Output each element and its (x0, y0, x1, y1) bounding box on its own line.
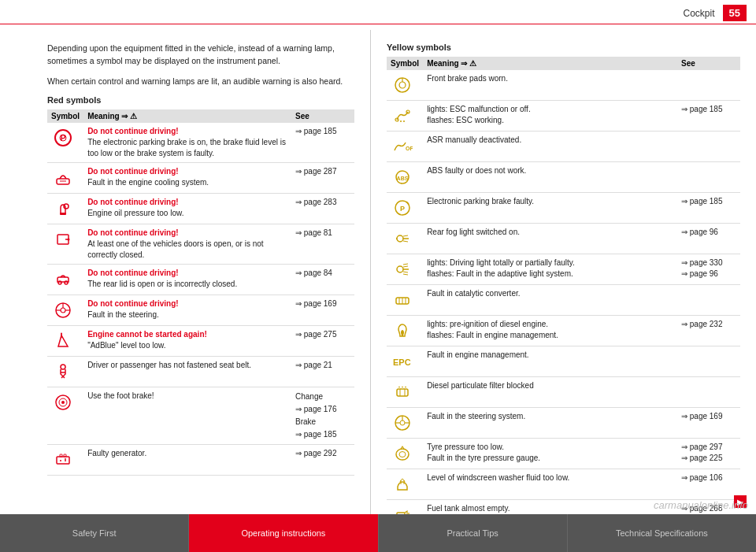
table-row: lights: ESC malfunction or off.flashes: … (387, 101, 740, 132)
epc-icon: EPC (391, 350, 414, 373)
table-row: Tyre pressure too low.Fault in the tyre … (387, 439, 740, 469)
svg-point-6 (64, 204, 69, 209)
symbol-cell (47, 295, 83, 326)
symbol-cell (387, 285, 423, 316)
meaning-cell: Do not continue driving! The electronic … (83, 123, 291, 163)
cooling-icon (51, 166, 75, 190)
see-cell: ⇒ page 185 (677, 101, 740, 132)
svg-point-65 (396, 449, 409, 460)
trunk-open-icon (51, 268, 75, 291)
col-see-left: See (291, 109, 354, 123)
see-cell: ⇒ page 21 (291, 357, 354, 387)
table-row: ABS ABS faulty or does not work. (387, 162, 740, 193)
see-cell: ⇒ page 275 (291, 326, 354, 357)
see-cell: ⇒ page 292 (291, 445, 354, 476)
table-row: Do not continue driving! Fault in the st… (47, 295, 354, 326)
symbol-cell (47, 224, 83, 265)
svg-point-41 (397, 235, 403, 242)
steering-fault-icon (51, 298, 75, 322)
header-line (0, 24, 756, 24)
see-cell: ⇒ page 185 (291, 123, 354, 163)
intro-text-2: When certain control and warning lamps a… (47, 76, 354, 88)
symbol-cell (387, 316, 423, 346)
see-cell: Change⇒ page 176Brake⇒ page 185 (291, 387, 354, 445)
table-row: Front brake pads worn. (387, 70, 740, 101)
col-meaning-left: Meaning ⇒ ⚠ (83, 109, 291, 123)
nav-operating-instructions[interactable]: Operating instructions (189, 514, 378, 552)
meaning-cell: Do not continue driving! At least one of… (83, 224, 291, 265)
svg-rect-27 (64, 454, 66, 457)
see-cell: ⇒ page 84 (291, 265, 354, 295)
symbol-cell: EPC (387, 346, 423, 377)
see-cell (677, 285, 740, 316)
svg-rect-57 (397, 389, 408, 396)
door-open-icon (51, 228, 75, 251)
meaning-cell: Tyre pressure too low.Fault in the tyre … (423, 439, 677, 469)
col-symbol-left: Symbol (47, 109, 83, 123)
bottom-nav: Safety First Operating instructions Prac… (0, 514, 756, 552)
svg-line-50 (403, 264, 408, 265)
nav-practical-tips[interactable]: Practical Tips (379, 514, 568, 552)
svg-line-48 (403, 266, 408, 267)
footbrake-icon (51, 391, 75, 414)
esc-icon (391, 104, 414, 128)
meaning-cell: Do not continue driving! Fault in the st… (83, 295, 291, 326)
table-row: lights: pre-ignition of diesel engine.fl… (387, 316, 740, 346)
svg-rect-26 (60, 454, 62, 457)
seatbelt-icon (51, 360, 75, 383)
meaning-cell: Front brake pads worn. (423, 70, 677, 101)
svg-text:EPC: EPC (393, 358, 411, 367)
header: Cockpit 55 (674, 0, 756, 26)
table-row: OFF ASR manually deactivated. (387, 132, 740, 162)
meaning-cell: Fault in engine management. (423, 346, 677, 377)
content-area: Depending upon the equipment fitted in t… (0, 30, 756, 514)
left-column: Depending upon the equipment fitted in t… (0, 30, 370, 514)
meaning-cell: Diesel particulate filter blocked (423, 377, 677, 408)
symbol-cell: ABS (387, 162, 423, 193)
meaning-cell: Use the foot brake! (83, 387, 291, 445)
symbol-cell (387, 439, 423, 469)
rear-fog-icon (391, 227, 414, 250)
see-cell: ⇒ page 287 (291, 163, 354, 194)
epb-faulty-icon: P (391, 196, 414, 220)
see-cell: ⇒ page 106 (677, 469, 740, 500)
see-cell (677, 132, 740, 162)
table-row: Use the foot brake! Change⇒ page 176Brak… (47, 387, 354, 445)
symbol-cell (387, 377, 423, 408)
oil-pressure-icon (51, 197, 75, 220)
svg-text:OFF: OFF (406, 146, 413, 151)
brake-pads-icon (391, 73, 414, 97)
meaning-cell: Fault in the steering system. (423, 408, 677, 439)
symbol-cell: OFF (387, 132, 423, 162)
header-title: Cockpit (684, 8, 715, 19)
table-row: Do not continue driving! The rear lid is… (47, 265, 354, 295)
table-row: Driver or passenger has not fastened sea… (47, 357, 354, 387)
meaning-cell: Electronic parking brake faulty. (423, 193, 677, 224)
tyre-pressure-icon (391, 442, 414, 465)
see-cell: ⇒ page 283 (291, 194, 354, 224)
see-cell: ⇒ page 185 (677, 193, 740, 224)
see-cell: ⇒ page 232 (677, 316, 740, 346)
col-symbol-right: Symbol (387, 57, 423, 70)
symbol-cell (47, 357, 83, 387)
table-row: Do not continue driving! Fault in the en… (47, 163, 354, 194)
meaning-cell: Driver or passenger has not fastened sea… (83, 357, 291, 387)
svg-point-14 (61, 308, 65, 313)
symbol-cell: P (47, 123, 83, 163)
table-row: EPC Fault in engine management. (387, 346, 740, 377)
watermark: carmanualonline.info (654, 499, 748, 511)
red-symbols-title: Red symbols (47, 95, 354, 105)
table-row: Faulty generator. ⇒ page 292 (47, 445, 354, 476)
right-column: Yellow symbols Symbol Meaning ⇒ ⚠ See (370, 30, 756, 514)
table-row: Do not continue driving! Engine oil pres… (47, 194, 354, 224)
meaning-cell: Do not continue driving! Fault in the en… (83, 163, 291, 194)
nav-safety-first[interactable]: Safety First (0, 514, 189, 552)
meaning-cell: ASR manually deactivated. (423, 132, 677, 162)
table-row: Diesel particulate filter blocked (387, 377, 740, 408)
nav-technical-specs[interactable]: Technical Specifications (568, 514, 756, 552)
col-meaning-right: Meaning ⇒ ⚠ (423, 57, 677, 70)
dpf-icon (391, 380, 414, 404)
meaning-cell: lights: pre-ignition of diesel engine.fl… (423, 316, 677, 346)
svg-point-31 (399, 82, 406, 88)
table-row: lights: Driving light totally or partial… (387, 254, 740, 285)
